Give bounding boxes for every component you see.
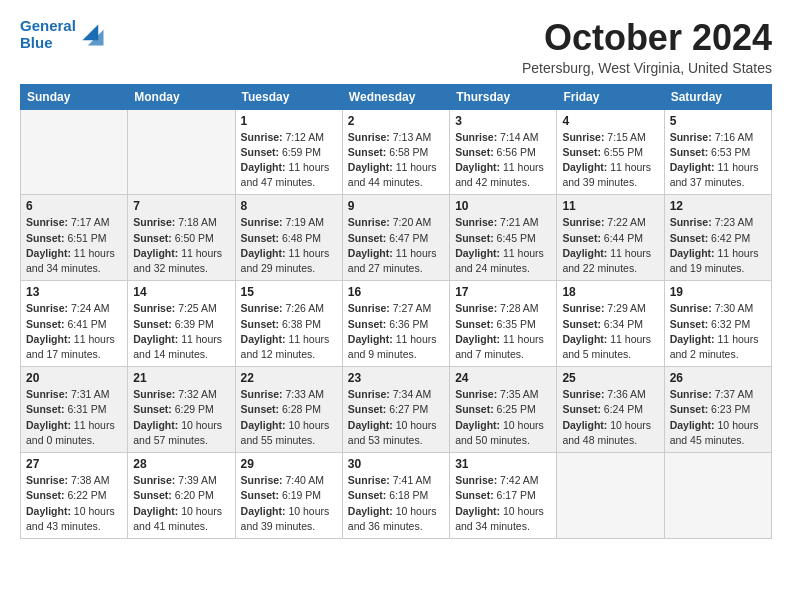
table-row bbox=[664, 453, 771, 539]
table-row: 7Sunrise: 7:18 AMSunset: 6:50 PMDaylight… bbox=[128, 195, 235, 281]
day-info: Sunrise: 7:22 AMSunset: 6:44 PMDaylight:… bbox=[562, 215, 658, 276]
table-row: 12Sunrise: 7:23 AMSunset: 6:42 PMDayligh… bbox=[664, 195, 771, 281]
day-info: Sunrise: 7:36 AMSunset: 6:24 PMDaylight:… bbox=[562, 387, 658, 448]
day-info: Sunrise: 7:19 AMSunset: 6:48 PMDaylight:… bbox=[241, 215, 337, 276]
table-row: 25Sunrise: 7:36 AMSunset: 6:24 PMDayligh… bbox=[557, 367, 664, 453]
day-number: 3 bbox=[455, 114, 551, 128]
day-info: Sunrise: 7:16 AMSunset: 6:53 PMDaylight:… bbox=[670, 130, 766, 191]
table-row bbox=[128, 109, 235, 195]
logo: General Blue bbox=[20, 18, 107, 51]
day-info: Sunrise: 7:25 AMSunset: 6:39 PMDaylight:… bbox=[133, 301, 229, 362]
table-row: 11Sunrise: 7:22 AMSunset: 6:44 PMDayligh… bbox=[557, 195, 664, 281]
table-row: 28Sunrise: 7:39 AMSunset: 6:20 PMDayligh… bbox=[128, 453, 235, 539]
table-row: 23Sunrise: 7:34 AMSunset: 6:27 PMDayligh… bbox=[342, 367, 449, 453]
table-row: 18Sunrise: 7:29 AMSunset: 6:34 PMDayligh… bbox=[557, 281, 664, 367]
table-row: 16Sunrise: 7:27 AMSunset: 6:36 PMDayligh… bbox=[342, 281, 449, 367]
day-number: 25 bbox=[562, 371, 658, 385]
day-info: Sunrise: 7:37 AMSunset: 6:23 PMDaylight:… bbox=[670, 387, 766, 448]
day-number: 26 bbox=[670, 371, 766, 385]
table-row: 22Sunrise: 7:33 AMSunset: 6:28 PMDayligh… bbox=[235, 367, 342, 453]
day-number: 10 bbox=[455, 199, 551, 213]
day-number: 8 bbox=[241, 199, 337, 213]
day-number: 29 bbox=[241, 457, 337, 471]
day-number: 13 bbox=[26, 285, 122, 299]
day-number: 28 bbox=[133, 457, 229, 471]
logo-icon bbox=[79, 21, 107, 49]
day-number: 15 bbox=[241, 285, 337, 299]
table-row bbox=[21, 109, 128, 195]
day-info: Sunrise: 7:12 AMSunset: 6:59 PMDaylight:… bbox=[241, 130, 337, 191]
day-info: Sunrise: 7:21 AMSunset: 6:45 PMDaylight:… bbox=[455, 215, 551, 276]
day-number: 22 bbox=[241, 371, 337, 385]
day-number: 12 bbox=[670, 199, 766, 213]
header: General Blue October 2024 Petersburg, We… bbox=[20, 18, 772, 76]
table-row: 21Sunrise: 7:32 AMSunset: 6:29 PMDayligh… bbox=[128, 367, 235, 453]
day-info: Sunrise: 7:31 AMSunset: 6:31 PMDaylight:… bbox=[26, 387, 122, 448]
month-title: October 2024 bbox=[522, 18, 772, 58]
day-number: 16 bbox=[348, 285, 444, 299]
day-info: Sunrise: 7:40 AMSunset: 6:19 PMDaylight:… bbox=[241, 473, 337, 534]
calendar-week-row: 20Sunrise: 7:31 AMSunset: 6:31 PMDayligh… bbox=[21, 367, 772, 453]
calendar-week-row: 13Sunrise: 7:24 AMSunset: 6:41 PMDayligh… bbox=[21, 281, 772, 367]
day-info: Sunrise: 7:18 AMSunset: 6:50 PMDaylight:… bbox=[133, 215, 229, 276]
col-friday: Friday bbox=[557, 84, 664, 109]
calendar-week-row: 1Sunrise: 7:12 AMSunset: 6:59 PMDaylight… bbox=[21, 109, 772, 195]
calendar-table: Sunday Monday Tuesday Wednesday Thursday… bbox=[20, 84, 772, 539]
day-number: 18 bbox=[562, 285, 658, 299]
day-info: Sunrise: 7:35 AMSunset: 6:25 PMDaylight:… bbox=[455, 387, 551, 448]
col-sunday: Sunday bbox=[21, 84, 128, 109]
day-info: Sunrise: 7:24 AMSunset: 6:41 PMDaylight:… bbox=[26, 301, 122, 362]
day-number: 20 bbox=[26, 371, 122, 385]
table-row: 20Sunrise: 7:31 AMSunset: 6:31 PMDayligh… bbox=[21, 367, 128, 453]
calendar-header-row: Sunday Monday Tuesday Wednesday Thursday… bbox=[21, 84, 772, 109]
table-row: 5Sunrise: 7:16 AMSunset: 6:53 PMDaylight… bbox=[664, 109, 771, 195]
col-thursday: Thursday bbox=[450, 84, 557, 109]
day-number: 9 bbox=[348, 199, 444, 213]
logo-text: General Blue bbox=[20, 18, 76, 51]
table-row: 30Sunrise: 7:41 AMSunset: 6:18 PMDayligh… bbox=[342, 453, 449, 539]
col-wednesday: Wednesday bbox=[342, 84, 449, 109]
table-row: 10Sunrise: 7:21 AMSunset: 6:45 PMDayligh… bbox=[450, 195, 557, 281]
table-row: 6Sunrise: 7:17 AMSunset: 6:51 PMDaylight… bbox=[21, 195, 128, 281]
table-row: 2Sunrise: 7:13 AMSunset: 6:58 PMDaylight… bbox=[342, 109, 449, 195]
day-number: 30 bbox=[348, 457, 444, 471]
calendar-week-row: 27Sunrise: 7:38 AMSunset: 6:22 PMDayligh… bbox=[21, 453, 772, 539]
day-info: Sunrise: 7:33 AMSunset: 6:28 PMDaylight:… bbox=[241, 387, 337, 448]
col-monday: Monday bbox=[128, 84, 235, 109]
day-info: Sunrise: 7:14 AMSunset: 6:56 PMDaylight:… bbox=[455, 130, 551, 191]
day-number: 17 bbox=[455, 285, 551, 299]
day-number: 7 bbox=[133, 199, 229, 213]
table-row: 14Sunrise: 7:25 AMSunset: 6:39 PMDayligh… bbox=[128, 281, 235, 367]
day-info: Sunrise: 7:20 AMSunset: 6:47 PMDaylight:… bbox=[348, 215, 444, 276]
day-info: Sunrise: 7:42 AMSunset: 6:17 PMDaylight:… bbox=[455, 473, 551, 534]
col-tuesday: Tuesday bbox=[235, 84, 342, 109]
logo-general: General bbox=[20, 17, 76, 34]
table-row: 13Sunrise: 7:24 AMSunset: 6:41 PMDayligh… bbox=[21, 281, 128, 367]
day-info: Sunrise: 7:41 AMSunset: 6:18 PMDaylight:… bbox=[348, 473, 444, 534]
calendar-week-row: 6Sunrise: 7:17 AMSunset: 6:51 PMDaylight… bbox=[21, 195, 772, 281]
table-row: 1Sunrise: 7:12 AMSunset: 6:59 PMDaylight… bbox=[235, 109, 342, 195]
table-row: 4Sunrise: 7:15 AMSunset: 6:55 PMDaylight… bbox=[557, 109, 664, 195]
day-number: 14 bbox=[133, 285, 229, 299]
table-row: 3Sunrise: 7:14 AMSunset: 6:56 PMDaylight… bbox=[450, 109, 557, 195]
day-number: 27 bbox=[26, 457, 122, 471]
day-info: Sunrise: 7:32 AMSunset: 6:29 PMDaylight:… bbox=[133, 387, 229, 448]
col-saturday: Saturday bbox=[664, 84, 771, 109]
table-row: 24Sunrise: 7:35 AMSunset: 6:25 PMDayligh… bbox=[450, 367, 557, 453]
day-number: 5 bbox=[670, 114, 766, 128]
day-info: Sunrise: 7:38 AMSunset: 6:22 PMDaylight:… bbox=[26, 473, 122, 534]
logo-blue: Blue bbox=[20, 34, 53, 51]
day-info: Sunrise: 7:15 AMSunset: 6:55 PMDaylight:… bbox=[562, 130, 658, 191]
day-info: Sunrise: 7:34 AMSunset: 6:27 PMDaylight:… bbox=[348, 387, 444, 448]
day-info: Sunrise: 7:28 AMSunset: 6:35 PMDaylight:… bbox=[455, 301, 551, 362]
table-row: 27Sunrise: 7:38 AMSunset: 6:22 PMDayligh… bbox=[21, 453, 128, 539]
day-number: 19 bbox=[670, 285, 766, 299]
day-info: Sunrise: 7:23 AMSunset: 6:42 PMDaylight:… bbox=[670, 215, 766, 276]
day-number: 6 bbox=[26, 199, 122, 213]
svg-marker-1 bbox=[82, 24, 98, 40]
day-number: 11 bbox=[562, 199, 658, 213]
day-number: 21 bbox=[133, 371, 229, 385]
title-block: October 2024 Petersburg, West Virginia, … bbox=[522, 18, 772, 76]
day-info: Sunrise: 7:26 AMSunset: 6:38 PMDaylight:… bbox=[241, 301, 337, 362]
day-info: Sunrise: 7:39 AMSunset: 6:20 PMDaylight:… bbox=[133, 473, 229, 534]
